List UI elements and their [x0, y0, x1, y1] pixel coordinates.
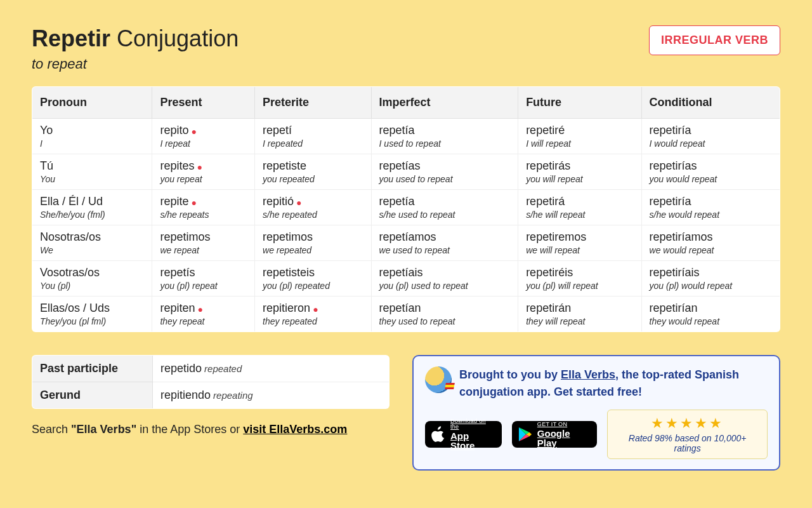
gerund-form: repitiendo: [160, 389, 211, 402]
past-participle-form: repetido: [160, 362, 202, 375]
verb-form: repetíais: [379, 266, 423, 279]
conjugation-cell: repetísyou (pl) repeat: [152, 261, 255, 297]
past-participle-gloss: repeated: [202, 363, 242, 374]
pronoun-gloss: You (pl): [40, 281, 144, 291]
verb-form: repetirán: [526, 302, 571, 315]
verb-form: repetirían: [650, 302, 698, 315]
past-participle-label: Past participle: [32, 356, 153, 382]
conjugation-cell: repetimoswe repeated: [255, 225, 372, 261]
rating-text: Rated 98% based on 10,000+ ratings: [619, 433, 756, 453]
verb-gloss: you (pl) repeat: [160, 281, 247, 291]
appstore-big: App Store: [450, 431, 493, 450]
search-note: Search "Ella Verbs" in the App Stores or…: [32, 423, 390, 436]
verb-gloss: they repeat: [160, 316, 247, 326]
promo-top: Brought to you by Ella Verbs, the top-ra…: [425, 366, 768, 401]
verb-gloss: I repeated: [263, 138, 363, 149]
pronoun: Tú: [40, 159, 144, 173]
verb-form: repetiría: [650, 124, 691, 137]
rating-box: ★★★★★ Rated 98% based on 10,000+ ratings: [607, 410, 768, 459]
rating-stars: ★★★★★: [619, 415, 756, 432]
promo-buttons: Download on the App Store GET IT ON Goog…: [425, 410, 768, 459]
verb-form: repitió: [263, 195, 294, 208]
verb-gloss: we would repeat: [650, 245, 772, 255]
verb-form: repetiré: [526, 124, 565, 137]
verb-gloss: you repeated: [263, 174, 363, 184]
conjugation-cell: repetíasyou used to repeat: [371, 154, 518, 190]
conjugation-cell: repite●s/he repeats: [152, 190, 255, 225]
irregular-dot-icon: ●: [194, 162, 202, 172]
conjugation-cell: repetiríamoswe would repeat: [641, 225, 780, 261]
visit-ellaverbs-link[interactable]: visit EllaVerbs.com: [243, 423, 347, 436]
irregular-dot-icon: ●: [188, 197, 196, 208]
app-logo-icon: [425, 366, 452, 393]
pronoun-gloss: We: [40, 245, 144, 255]
pronoun: Nosotras/os: [40, 231, 144, 244]
verb-form: repetirá: [526, 195, 565, 208]
google-play-icon: [518, 427, 532, 442]
pronoun-gloss: I: [40, 138, 144, 149]
verb-form: repetirás: [526, 159, 570, 173]
pronoun: Ella / Él / Ud: [40, 195, 144, 208]
pronoun-gloss: You: [40, 174, 144, 184]
verb-gloss: we used to repeat: [379, 245, 511, 255]
past-participle-cell: repetidorepeated: [153, 356, 390, 382]
play-big: Google Play: [537, 429, 588, 448]
verb-form: repetirías: [650, 159, 697, 173]
verb-form: repetimos: [160, 231, 210, 244]
irregular-dot-icon: ●: [195, 304, 202, 314]
verb-form: repetisteis: [263, 266, 315, 279]
irregular-dot-icon: ●: [294, 197, 301, 208]
title-bold: Repetir: [32, 25, 110, 51]
search-note-quoted: "Ella Verbs": [71, 423, 136, 436]
pronoun-cell: TúYou: [32, 154, 152, 190]
conjugation-cell: repetirías/he would repeat: [641, 190, 780, 225]
conjugation-cell: repites●you repeat: [152, 154, 255, 190]
header: Repetir Conjugation to repeat IRREGULAR …: [32, 25, 780, 72]
ella-verbs-link[interactable]: Ella Verbs: [561, 368, 615, 381]
conjugation-cell: repetiríaI would repeat: [641, 119, 780, 154]
column-header: Conditional: [641, 87, 780, 119]
verb-gloss: they used to repeat: [379, 316, 511, 326]
apple-icon: [431, 426, 445, 443]
conjugation-cell: repetirás/he will repeat: [518, 190, 641, 225]
app-store-button[interactable]: Download on the App Store: [425, 421, 502, 448]
verb-form: repetís: [160, 266, 195, 279]
verb-gloss: they would repeat: [650, 316, 772, 326]
search-note-middle: in the App Stores or: [136, 423, 243, 436]
column-header: Present: [152, 87, 255, 119]
gerund-gloss: repeating: [211, 390, 253, 401]
verb-form: repites: [160, 159, 194, 173]
conjugation-cell: repetíaI used to repeat: [371, 119, 518, 154]
verb-gloss: you (pl) would repeat: [650, 281, 772, 291]
verb-gloss: you (pl) will repeat: [526, 281, 633, 291]
verb-gloss: s/he repeats: [160, 210, 247, 220]
column-header: Preterite: [255, 87, 372, 119]
promo-box: Brought to you by Ella Verbs, the top-ra…: [412, 355, 780, 471]
irregular-dot-icon: ●: [188, 126, 196, 137]
conjugation-cell: repetíI repeated: [255, 119, 372, 154]
google-play-button[interactable]: GET IT ON Google Play: [512, 421, 597, 448]
verb-gloss: they will repeat: [526, 316, 633, 326]
conjugation-cell: repetíamoswe used to repeat: [371, 225, 518, 261]
gerund-cell: repitiendorepeating: [153, 382, 390, 409]
irregular-dot-icon: ●: [310, 304, 318, 314]
pronoun: Vosotras/os: [40, 266, 144, 279]
search-note-prefix: Search: [32, 423, 71, 436]
conjugation-cell: repetiránthey will repeat: [518, 297, 641, 332]
conjugation-cell: repetirásyou will repeat: [518, 154, 641, 190]
pronoun: Yo: [40, 124, 144, 137]
column-header: Pronoun: [32, 87, 152, 119]
verb-gloss: I would repeat: [650, 138, 772, 149]
pronoun-cell: Vosotras/osYou (pl): [32, 261, 152, 297]
verb-form: repito: [160, 124, 188, 137]
past-participle-row: Past participle repetidorepeated: [32, 356, 390, 382]
title-rest: Conjugation: [110, 25, 239, 51]
promo-text: Brought to you by Ella Verbs, the top-ra…: [459, 366, 768, 401]
verb-gloss: we repeat: [160, 245, 247, 255]
verb-form: repetía: [379, 195, 415, 208]
verb-gloss: we will repeat: [526, 245, 633, 255]
verb-gloss: s/he used to repeat: [379, 210, 511, 220]
verb-gloss: we repeated: [263, 245, 363, 255]
verb-form: repetiríais: [650, 266, 700, 279]
conjugation-cell: repiten●they repeat: [152, 297, 255, 332]
